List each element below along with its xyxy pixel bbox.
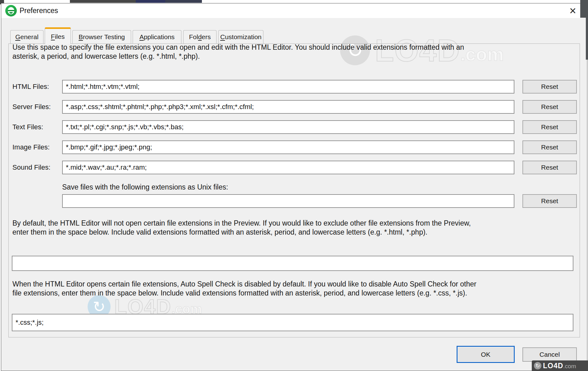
sound-files-reset-button[interactable]: Reset — [522, 161, 577, 174]
spellcheck-input[interactable] — [12, 314, 573, 331]
tab-general[interactable]: General — [10, 30, 43, 44]
app-icon — [5, 5, 17, 16]
background-page-fragment — [165, 0, 202, 3]
html-files-reset-button[interactable]: Reset — [522, 80, 577, 94]
watermark-tld: .com — [563, 363, 576, 370]
text-files-label: Text Files: — [12, 120, 43, 134]
screenshot-root: Preferences × ↻ LO4D .com ↻ LO4D .com Ge… — [0, 0, 588, 371]
server-files-reset-button[interactable]: Reset — [522, 100, 577, 114]
background-page-fragment — [586, 0, 588, 60]
tab-browser-testing[interactable]: Browser Testing — [72, 30, 131, 44]
background-page-fragment — [136, 0, 165, 3]
ok-button[interactable]: OK — [457, 346, 515, 363]
image-files-label: Image Files: — [12, 140, 50, 154]
sound-files-input[interactable] — [62, 161, 514, 174]
refresh-arrows-icon: ↻ — [534, 362, 541, 369]
html-files-label: HTML Files: — [12, 80, 49, 94]
text-files-reset-button[interactable]: Reset — [522, 120, 577, 134]
watermark-brand: LO4D — [543, 362, 563, 370]
server-files-input[interactable] — [62, 100, 514, 114]
tab-folders[interactable]: Folders — [183, 30, 217, 44]
close-icon: × — [569, 5, 576, 16]
unix-files-reset-button[interactable]: Reset — [522, 194, 577, 208]
unix-files-label: Save files with the following extensions… — [62, 183, 228, 192]
tab-applications[interactable]: Applications — [133, 30, 181, 44]
close-button[interactable]: × — [565, 3, 581, 18]
intro-text: Use this space to specify the file exten… — [12, 43, 575, 61]
image-files-reset-button[interactable]: Reset — [522, 140, 577, 154]
dialog-title: Preferences — [20, 7, 58, 15]
unix-files-input[interactable] — [62, 194, 514, 208]
text-files-input[interactable] — [62, 120, 514, 134]
server-files-label: Server Files: — [12, 100, 51, 114]
dialog-titlebar[interactable]: Preferences × — [1, 3, 587, 18]
tab-files[interactable]: Files — [45, 27, 71, 44]
tab-customization[interactable]: Customization — [218, 30, 263, 44]
sound-files-label: Sound Files: — [12, 161, 50, 174]
spellcheck-text: When the HTML Editor opens certain file … — [12, 280, 575, 298]
preview-exclusion-input[interactable] — [12, 256, 573, 271]
preview-exclusion-text: By default, the HTML Editor will not ope… — [12, 219, 575, 237]
cancel-button[interactable]: Cancel — [522, 347, 577, 362]
lo4d-watermark-badge: ↻ LO4D .com — [532, 360, 588, 371]
background-page-fragment — [70, 0, 136, 3]
html-files-input[interactable] — [62, 80, 514, 94]
image-files-input[interactable] — [62, 140, 514, 154]
